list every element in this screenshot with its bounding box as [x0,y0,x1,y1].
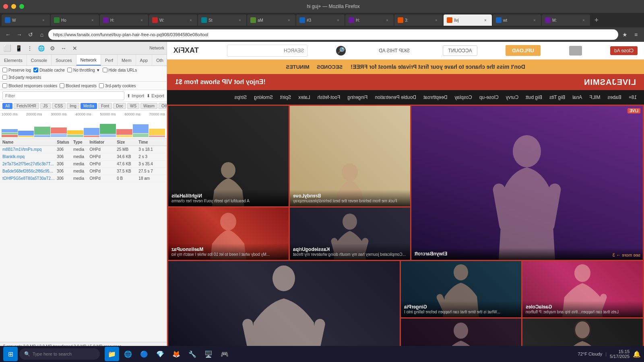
devtools-more[interactable]: ⋮ [25,43,35,53]
stream-iro[interactable]: IroBamlpi 🔴🔴🔴 [168,261,400,346]
more-link[interactable]: 3 → see more [613,253,640,257]
cat-curvy[interactable]: Curvy [503,94,522,101]
table-row[interactable]: m8B17m1VtmPs.mpq 306 media OHPd 25 MB 3 … [0,146,167,153]
tab-t12[interactable]: M: × [542,14,590,26]
filter-other[interactable]: Other [159,103,167,109]
table-row[interactable]: Ba6de568ef2856c2f86c956d77e4e... 306 med… [0,168,167,175]
tab-close[interactable]: × [188,17,194,23]
tab-close[interactable]: × [335,17,341,23]
cat-milf[interactable]: MILF [586,94,603,101]
stream-kassiebog[interactable]: KassiebogUripa Complicated journey has m… [290,208,410,260]
tab-t3[interactable]: H: × [100,14,148,26]
tab-t2[interactable]: Ho × [51,14,99,26]
taskbar-app-3[interactable]: 🔵 [137,347,151,361]
close-ad-button[interactable]: Close Ad [610,46,638,55]
option-no-throttling[interactable]: No throttling ▼ [67,68,100,72]
taskbar-search[interactable]: 🔍 Type here to search [19,348,100,360]
cat-spirit[interactable]: Spirit [277,94,294,101]
tab-t4[interactable]: W: × [149,14,197,26]
account-button[interactable]: ACCOUNT [443,45,477,56]
stream-nightlilahalis[interactable]: NightlilaHalis A beautiful hip teeth you… [168,106,289,206]
cat-anal[interactable]: Anal [569,94,585,101]
filter-all[interactable]: All [2,103,12,109]
tab-application[interactable]: App [136,55,153,66]
table-row[interactable]: BlankIk.mpq 306 media OHPd 34.6 KB 2 s 3 [0,153,167,160]
filter-js[interactable]: JS [40,103,51,109]
tab-close[interactable]: × [138,17,145,23]
stream-evanebavis[interactable]: EvaneBavis I work my ass for you and bes… [522,319,643,346]
cat-cosplay[interactable]: Cosplay [451,94,475,101]
search-input[interactable] [227,45,308,57]
cat-big-tits[interactable]: Big Tits [546,94,568,101]
stream-brendylove[interactable]: BrendyLove Fuck me from behind never the… [290,106,410,206]
taskbar-app-4[interactable]: 💎 [153,347,167,361]
cat-smoking[interactable]: Smoking [251,94,276,101]
tab-close[interactable]: × [89,17,96,23]
tab-close[interactable]: × [237,17,243,23]
devtools-settings[interactable]: ⚙ [47,43,57,53]
tab-active[interactable]: livj × [444,14,492,26]
tab-network[interactable]: Network [76,55,101,66]
taskbar-app-1[interactable]: 📁 [105,347,119,361]
tab-other[interactable]: Oth [152,55,167,66]
tab-t7[interactable]: #3 × [296,14,345,26]
tab-console[interactable]: Console [27,55,52,66]
cat-double[interactable]: Double Penetration [372,94,419,101]
filter-doc[interactable]: Doc [113,103,126,109]
filter-media[interactable]: Media [80,103,97,109]
minimize-btn[interactable] [11,4,16,9]
table-row[interactable]: 2eTa7Se2f75ec27d5c3b7Te.mp4 306 media OH… [0,160,167,168]
tab-close[interactable]: × [286,17,292,23]
cat-big-butt[interactable]: Big butt [522,94,545,101]
start-button[interactable]: ⊞ [3,347,18,361]
filter-wasm[interactable]: Wasm [140,103,157,109]
stream-gaelacoles[interactable]: GaelaColes Lets that can happen...this t… [522,261,643,317]
url-bar[interactable]: https://www.fanailx.com/funnel/buy-plan-… [48,29,618,40]
upload-button[interactable]: UPLOAD [506,45,541,56]
bookmark-button[interactable]: ★ [620,30,630,39]
filter-img[interactable]: Img [67,103,79,109]
filter-fetch[interactable]: Fetch/XHR [14,103,39,109]
skip-ad-button[interactable]: SKIP THIS AD [374,46,415,56]
tab-t11[interactable]: wt × [493,14,541,26]
cat-latex[interactable]: Latex [295,94,313,101]
cat-foot[interactable]: Foot-fetish [314,94,344,101]
option-hide-urls[interactable]: Hide data URLs [103,68,137,72]
devtools-responsive[interactable]: 📱 [14,43,23,53]
devtools-dock[interactable]: ↔ [59,43,68,53]
taskbar-app-7[interactable]: 🖥️ [201,347,216,361]
devtools-inspect[interactable]: ⬜ [2,43,12,53]
filter-css[interactable]: CSS [52,103,66,109]
cat-strips[interactable]: Strips [231,94,250,101]
search-icon[interactable]: 🔍 [336,46,346,56]
cat-fingering[interactable]: Fingering [344,94,371,101]
tab-close[interactable]: × [40,17,47,23]
maximize-btn[interactable] [19,4,24,9]
settings-button[interactable]: ≡ [631,30,641,39]
filter-font[interactable]: Font [98,103,112,109]
cat-babes[interactable]: Babes [605,94,625,101]
option-blocked-requests[interactable]: Blocked requests [60,83,97,88]
tab-elements[interactable]: Elements [0,55,27,66]
cat-18plus[interactable]: 18+ [625,94,640,101]
tab-t9[interactable]: 3: × [394,14,443,26]
option-preserve-log[interactable]: Preserve log [2,68,31,72]
tab-performance[interactable]: Perf [101,55,118,66]
forward-button[interactable]: → [14,30,24,39]
close-btn[interactable] [3,4,8,9]
tab-t1[interactable]: W × [2,14,50,26]
tab-close[interactable]: × [531,17,538,23]
option-3rd-party[interactable]: 3rd-party requests [2,75,41,80]
new-tab-btn[interactable]: + [591,14,602,26]
stream-kassanorfex[interactable]: KassanorFex Am inspired never to feel a … [401,319,521,346]
option-disable-cache[interactable]: Disable cache [33,68,65,72]
devtools-close[interactable]: ✕ [70,43,80,53]
cat-deepthroat[interactable]: Deepthroat [420,94,450,101]
cat-close-up[interactable]: Close-up [476,94,502,101]
notification-icon[interactable]: 🔔 [633,350,641,358]
tab-close[interactable]: × [384,17,390,23]
stream-maelisnoupaz[interactable]: MaelisnouPaz My body what I need to let … [168,208,289,260]
stream-large[interactable]: LIVE ElwynBarcroft 3 → see more [411,106,643,260]
taskbar-app-2[interactable]: 🌐 [121,347,135,361]
tab-sources[interactable]: Sources [52,55,76,66]
